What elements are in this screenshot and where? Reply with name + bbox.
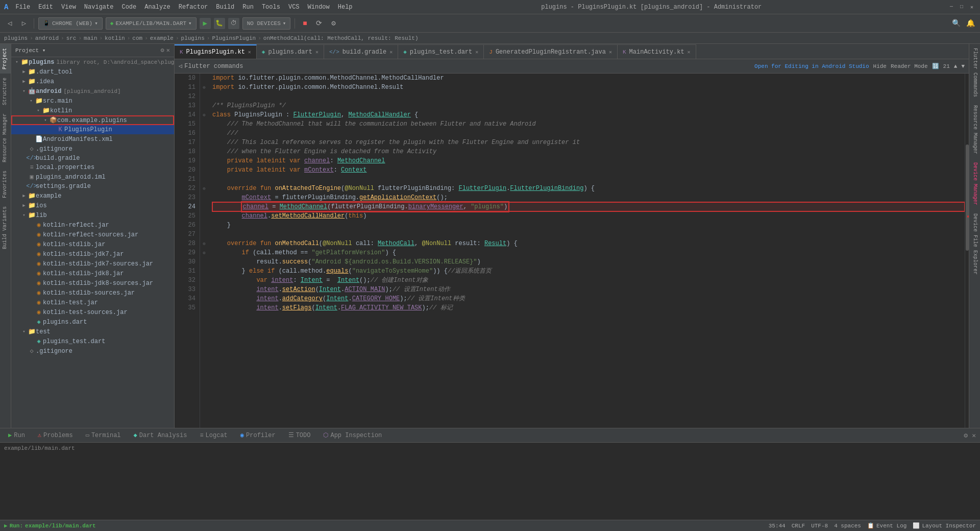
list-item[interactable]: ◉ kotlin-reflect.jar — [11, 220, 174, 230]
settings-bottom-icon[interactable]: ⚙ — [964, 431, 968, 440]
forward-button[interactable]: ▷ — [18, 18, 30, 29]
breadcrumb-example[interactable]: example — [150, 35, 174, 41]
list-item[interactable]: </> build.gradle — [11, 154, 174, 163]
code-content[interactable]: import io.flutter.plugin.common.MethodCh… — [208, 74, 965, 428]
list-item[interactable]: K PluginsPlugin — [11, 125, 174, 134]
tab-close[interactable]: ✕ — [475, 49, 478, 55]
tab-app-inspection[interactable]: ⬡ App Inspection — [317, 428, 388, 443]
status-spaces[interactable]: 4 spaces — [834, 523, 861, 529]
list-item[interactable]: ◉ kotlin-test-sources.jar — [11, 307, 174, 317]
build-variants-tab[interactable]: Build Variants — [0, 202, 11, 253]
tab-plugins-plugin-kt[interactable]: K PluginsPlugin.kt ✕ — [175, 44, 257, 59]
list-item[interactable]: ◇ .gitignore — [11, 144, 174, 154]
list-item[interactable]: ▶ 📁 ios — [11, 201, 174, 210]
fold-btn[interactable]: ⊖ — [200, 83, 208, 92]
tab-plugins-dart[interactable]: ◈ plugins.dart ✕ — [257, 44, 324, 59]
tab-problems[interactable]: ⚠ Problems — [32, 428, 80, 443]
file-tree-content[interactable]: ▾ 📁 plugins library root, D:\android_spa… — [11, 57, 174, 428]
menu-help[interactable]: Help — [335, 3, 356, 12]
tab-todo[interactable]: ☰ TODO — [282, 428, 317, 443]
menu-tools[interactable]: Tools — [259, 3, 283, 12]
list-item[interactable]: ◉ kotlin-test.jar — [11, 298, 174, 307]
list-item[interactable]: ◉ kotlin-stdlib.jar — [11, 239, 174, 249]
list-item[interactable]: </> settings.gradle — [11, 182, 174, 191]
no-devices-selector[interactable]: NO DEVICES ▾ — [242, 17, 291, 30]
menu-analyze[interactable]: Analyze — [141, 3, 173, 12]
flutter-commands-vtab[interactable]: Flutter Commands — [969, 44, 980, 101]
tab-close[interactable]: ✕ — [688, 49, 691, 55]
tab-close[interactable]: ✕ — [389, 49, 393, 55]
open-in-android-studio[interactable]: Open for Editing in Android Studio — [754, 63, 869, 69]
tab-generated-plugin[interactable]: J GeneratedPluginRegistrant.java ✕ — [484, 44, 618, 59]
status-run-indicator[interactable]: ▶ Run: example/lib/main.dart — [4, 522, 96, 529]
structure-tab[interactable]: Structure — [0, 74, 11, 109]
menu-refactor[interactable]: Refactor — [176, 3, 211, 12]
menu-code[interactable]: Code — [118, 3, 139, 12]
search-everywhere-button[interactable]: 🔍 — [950, 18, 962, 29]
list-item[interactable]: ◇ .gitignore — [11, 346, 174, 356]
breadcrumb-method[interactable]: onMethodCall(call: MethodCall, result: R… — [263, 35, 419, 41]
list-item[interactable]: ▾ 📁 lib — [11, 210, 174, 220]
list-item[interactable]: ◉ kotlin-stdlib-jdk8.jar — [11, 269, 174, 278]
stop-button[interactable]: ■ — [299, 18, 310, 29]
back-button[interactable]: ◁ — [4, 18, 15, 29]
gear-icon[interactable]: ⚙ — [161, 46, 164, 54]
tab-main-activity[interactable]: K MainActivity.kt ✕ — [618, 44, 696, 59]
code-scroll-indicator[interactable] — [965, 74, 969, 428]
list-item[interactable]: ▣ plugins_android.iml — [11, 172, 174, 182]
list-item[interactable]: ▾ 📦 com.example.plugins — [11, 115, 174, 125]
line-up-btn[interactable]: ▲ — [954, 63, 958, 69]
tab-terminal[interactable]: ▭ Terminal — [80, 428, 128, 443]
menu-vcs[interactable]: VCS — [285, 3, 303, 12]
resource-manager-tab-left[interactable]: Resource Manager — [0, 109, 11, 166]
menu-build[interactable]: Build — [213, 3, 237, 12]
list-item[interactable]: ◉ kotlin-stdlib-jdk8-sources.jar — [11, 278, 174, 288]
run-button[interactable]: ▶ — [200, 18, 211, 29]
close-panel-icon[interactable]: ✕ — [166, 46, 170, 54]
tab-build-gradle[interactable]: </> build.gradle ✕ — [324, 44, 398, 59]
device-selector[interactable]: 📱 CHROME (WEB) ▾ — [38, 17, 103, 30]
profile-button[interactable]: ⏱ — [228, 18, 239, 29]
run-configuration[interactable]: ◆ EXAMPLE/LIB/MAIN.DART ▾ — [106, 17, 197, 30]
list-item[interactable]: ▾ 📁 src.main — [11, 96, 174, 106]
menu-edit[interactable]: Edit — [35, 3, 56, 12]
breadcrumb-main[interactable]: main — [84, 35, 97, 41]
menu-run[interactable]: Run — [239, 3, 257, 12]
menu-file[interactable]: File — [12, 3, 33, 12]
breadcrumb-android[interactable]: android — [35, 35, 59, 41]
status-layout-inspector[interactable]: ⬜ Layout Inspector — [913, 522, 976, 529]
list-item[interactable]: ◉ kotlin-stdlib-sources.jar — [11, 288, 174, 298]
list-item[interactable]: ◉ kotlin-stdlib-jdk7.jar — [11, 249, 174, 259]
breadcrumb-com[interactable]: com — [132, 35, 142, 41]
tab-close[interactable]: ✕ — [248, 49, 251, 55]
list-item[interactable]: ◉ kotlin-reflect-sources.jar — [11, 230, 174, 239]
breadcrumb-src[interactable]: src — [66, 35, 77, 41]
list-item[interactable]: 📄 AndroidManifest.xml — [11, 134, 174, 144]
device-file-explorer-vtab[interactable]: Device File Explorer — [969, 209, 980, 279]
flutter-commands-button[interactable]: ◁ Flutter commands — [179, 62, 243, 70]
list-item[interactable]: ▾ 📁 plugins library root, D:\android_spa… — [11, 57, 174, 67]
list-item[interactable]: ◈ plugins_test.dart — [11, 336, 174, 346]
breadcrumb-pluginsplugin[interactable]: PluginsPlugin — [212, 35, 256, 41]
fold-btn[interactable]: ⊖ — [200, 110, 208, 119]
reader-mode-label[interactable]: Reader Mode — [891, 63, 928, 69]
resource-manager-vtab[interactable]: Resource Manager — [969, 101, 980, 158]
menu-navigate[interactable]: Navigate — [81, 3, 117, 12]
maximize-button[interactable]: □ — [958, 3, 966, 11]
list-item[interactable]: ≡ local.properties — [11, 163, 174, 172]
settings-button[interactable]: ⚙ — [328, 18, 339, 29]
sync-button[interactable]: ⟳ — [313, 18, 325, 29]
notifications-button[interactable]: 🔔 — [965, 18, 976, 29]
breadcrumb-kotlin[interactable]: kotlin — [105, 35, 125, 41]
line-down-btn[interactable]: ▼ — [961, 63, 965, 69]
tab-logcat[interactable]: ≡ Logcat — [193, 428, 234, 443]
status-event-log[interactable]: 📋 Event Log — [867, 522, 906, 529]
list-item[interactable]: ◈ plugins.dart — [11, 317, 174, 327]
minimize-button[interactable]: ─ — [947, 3, 955, 11]
list-item[interactable]: ▶ 📁 .idea — [11, 77, 174, 86]
debug-button[interactable]: 🐛 — [214, 18, 225, 29]
hide-button[interactable]: Hide — [873, 63, 887, 69]
tab-dart-analysis[interactable]: ◆ Dart Analysis — [128, 428, 194, 443]
fold-btn[interactable]: ⊖ — [200, 239, 208, 248]
close-button[interactable]: ✕ — [968, 3, 976, 11]
